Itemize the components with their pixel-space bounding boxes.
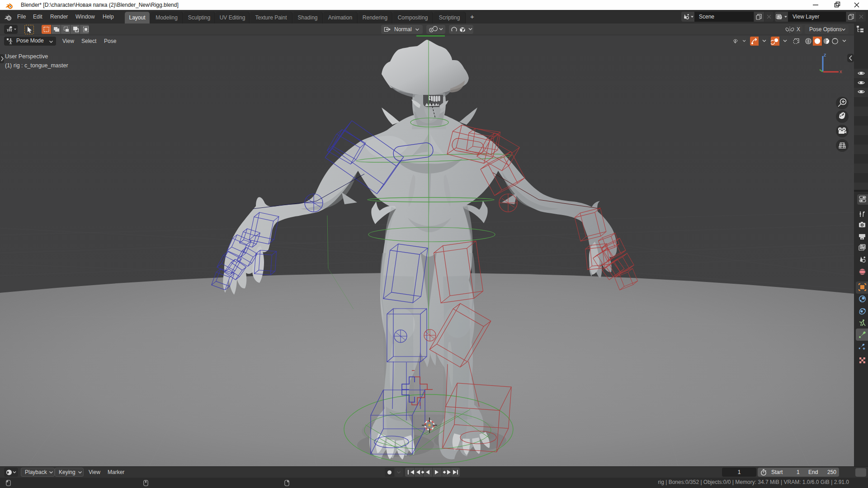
svg-text:x: x [840,69,842,74]
svg-text:User Perspective: User Perspective [5,53,48,60]
svg-text:(1) rig : c_tongue_master: (1) rig : c_tongue_master [5,62,68,69]
svg-text:z: z [824,52,826,57]
